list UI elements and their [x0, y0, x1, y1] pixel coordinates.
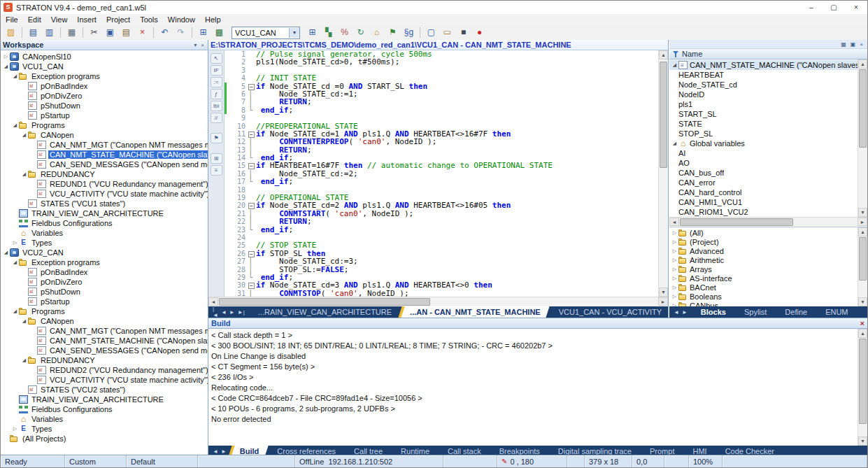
menu-file[interactable]: File: [1, 15, 23, 24]
next-tab-icon[interactable]: ►: [681, 309, 689, 315]
tree-item-fieldbus-configurations[interactable]: Fieldbus Configurations: [1, 218, 208, 228]
tree-item-exception-programs[interactable]: ◢Exception programs: [1, 257, 208, 267]
tree-item-pshutdown[interactable]: pShutDown: [1, 101, 208, 111]
blocks-vertical-scrollbar[interactable]: ▲ ▼: [858, 227, 867, 306]
tree-item-can-nmt-state-machine-canopen-slaves-sta[interactable]: CAN_NMT_STATE_MACHINE ("CANopen slaves s…: [1, 150, 208, 159]
tree-item-train-view-can-architecture[interactable]: TRAIN_VIEW_CAN_ARCHITECTURE: [1, 395, 208, 404]
dropdown-arrow-icon[interactable]: ▾: [289, 28, 299, 38]
scroll-down-icon[interactable]: ▼: [858, 297, 867, 306]
tree-item-vcu2-can[interactable]: ◢VCU2_CAN: [1, 248, 208, 257]
maximize-button[interactable]: ▢: [823, 1, 845, 14]
tree-item-states-vcu1-states[interactable]: STATES ("VCU1 states"): [1, 199, 208, 208]
expanded-arrow-icon[interactable]: ◢: [11, 122, 19, 128]
code-line-27[interactable]: 27│ Node_STATE_cd:=3;: [225, 257, 658, 265]
cycle-icon[interactable]: ↻: [353, 26, 368, 39]
print-icon[interactable]: ▦: [64, 26, 79, 39]
scroll-down-icon[interactable]: ▼: [858, 437, 867, 446]
code-editor[interactable]: 1// Pulse signal generator, cycle 500ms2…: [225, 50, 658, 297]
variable-row-state[interactable]: STATE: [669, 119, 858, 129]
scroll-up-icon[interactable]: ▲: [858, 59, 867, 69]
next-tab-icon[interactable]: ►: [228, 309, 236, 315]
tree-item-pstartup[interactable]: pStartup: [1, 297, 208, 306]
close-panel-icon[interactable]: ×: [858, 41, 865, 48]
scrollbar-thumb[interactable]: [859, 237, 867, 281]
expanded-arrow-icon[interactable]: ◢: [671, 62, 678, 68]
block-category-advanced[interactable]: ▷Advanced: [669, 246, 858, 255]
tree-item-vcu-activity-vcu-state-machine-activity[interactable]: VCU_ACTIVITY ("VCU state machine activit…: [1, 375, 208, 385]
collapsed-arrow-icon[interactable]: ▷: [2, 54, 10, 59]
spy-icon[interactable]: §g: [401, 26, 416, 39]
block-category-bacnet[interactable]: ▷BACnet: [669, 283, 858, 292]
previous-tab-icon[interactable]: ◄: [220, 309, 228, 315]
tree-item-exception-programs[interactable]: ◢Exception programs: [1, 71, 208, 81]
scrollbar-thumb[interactable]: [859, 69, 867, 148]
expanded-arrow-icon[interactable]: ◢: [20, 318, 28, 324]
blocks-tab-enum[interactable]: ENUM: [816, 306, 857, 318]
tree-item-types[interactable]: ▷Types: [1, 238, 208, 248]
tree-item-canopen[interactable]: ◢CANopen: [1, 316, 208, 326]
fold-collapse-icon[interactable]: −: [248, 201, 256, 209]
if-then-tool-icon[interactable]: IF: [211, 65, 222, 76]
variable-row-stop-sl[interactable]: STOP_SL: [669, 129, 858, 139]
tree-item-programs[interactable]: ◢Programs: [1, 306, 208, 316]
code-line-8[interactable]: 8└ end_if;: [225, 106, 658, 114]
variable-row-can-error[interactable]: CAN_error: [669, 178, 858, 187]
scroll-up-icon[interactable]: ▲: [659, 50, 668, 59]
status-zoom[interactable]: 100%: [689, 455, 723, 467]
tree-item-canopen[interactable]: ◢CANopen: [1, 130, 208, 140]
code-line-17[interactable]: 17└ end_if;: [225, 178, 658, 185]
blocks-tab-define[interactable]: Define: [776, 306, 816, 318]
paste-icon[interactable]: ▤: [119, 26, 134, 39]
expanded-arrow-icon[interactable]: ◢: [11, 73, 19, 79]
save-all-icon[interactable]: ▥: [42, 26, 57, 39]
grid-icon[interactable]: ⊞: [196, 26, 211, 39]
collapsed-arrow-icon[interactable]: ▷: [671, 239, 678, 245]
tree-item-redundancy[interactable]: ◢REDUNDANCY: [1, 355, 208, 365]
variable-row-can-riom1-vcu2[interactable]: CAN_RIOM1_VCU2: [669, 207, 858, 217]
variable-row-can-nmt-state-machine-canopen-slaves[interactable]: ◢CAN_NMT_STATE_MACHINE ("CANopen slaves: [669, 60, 858, 70]
percent-icon[interactable]: %: [337, 26, 352, 39]
close-button[interactable]: ×: [845, 1, 867, 14]
download-icon[interactable]: ■: [456, 26, 471, 39]
list-tool-icon[interactable]: ≡: [211, 165, 222, 176]
block-category-canbus[interactable]: ▷CANbus: [669, 301, 858, 306]
expanded-arrow-icon[interactable]: ◢: [20, 357, 28, 363]
variable-row-start-sl[interactable]: START_SL: [669, 109, 858, 119]
scrollbar-thumb[interactable]: [859, 339, 867, 424]
tree-item-redund1-vcu-redundancy-management[interactable]: REDUND1 ("VCU Redundancy management"): [1, 179, 208, 189]
label-tool-icon[interactable]: lbl: [211, 101, 222, 111]
filter-icon[interactable]: [673, 51, 679, 57]
previous-tab-icon[interactable]: ◄: [672, 309, 681, 315]
document-tab-vcu1-can-vcu-activity[interactable]: VCU1_CAN - VCU_ACTIVITY: [550, 306, 671, 318]
tree-item-states-vcu2-states[interactable]: STATES ("VCU2 states"): [1, 385, 208, 395]
block-category-project[interactable]: ▷(Project): [669, 237, 858, 246]
tree-item-variables[interactable]: Variables: [1, 228, 208, 238]
variable-row-ai[interactable]: AI: [669, 148, 858, 158]
scrollbar-thumb[interactable]: [219, 298, 430, 306]
fold-collapse-icon[interactable]: −: [248, 250, 256, 257]
tree-item-pstartup[interactable]: pStartup: [1, 111, 208, 120]
tree-item-can-nmt-state-machine-canopen-slaves-sta[interactable]: CAN_NMT_STATE_MACHINE ("CANopen slaves s…: [1, 336, 208, 346]
scroll-up-icon[interactable]: ▲: [858, 329, 867, 338]
document-tab-an-can-nmt-state-machine[interactable]: ...AN - CAN_NMT_STATE_MACHINE: [401, 306, 550, 318]
scroll-down-icon[interactable]: ▼: [858, 208, 867, 217]
blocks-tab-blocks[interactable]: Blocks: [692, 306, 735, 318]
program-selector[interactable]: VCU1_CAN ▾: [232, 27, 300, 39]
collapsed-arrow-icon[interactable]: ▷: [671, 276, 678, 281]
save-icon[interactable]: ▤: [26, 26, 41, 39]
function-block-tool-icon[interactable]: ƒ: [211, 89, 222, 99]
expanded-arrow-icon[interactable]: ◢: [2, 250, 10, 255]
tree-item-types[interactable]: ▷Types: [1, 424, 208, 434]
fold-collapse-icon[interactable]: −: [248, 162, 256, 169]
tree-item-canopensl10[interactable]: ▷CANopenSl10: [1, 52, 208, 62]
scroll-right-icon[interactable]: ►: [658, 297, 668, 306]
variable-row-can-bus-off[interactable]: CAN_bus_off: [669, 168, 858, 178]
code-line-23[interactable]: 23└ end_if;: [225, 226, 658, 234]
variable-row-heartbeat[interactable]: HEARTBEAT: [669, 70, 858, 80]
menu-window[interactable]: Window: [163, 15, 200, 24]
first-tab-icon[interactable]: |◄: [211, 306, 220, 318]
code-line-4[interactable]: 4// INIT STATE: [225, 74, 658, 82]
menu-project[interactable]: Project: [101, 15, 135, 24]
tree-item-all-projects[interactable]: (All Projects): [1, 434, 208, 444]
copy-icon[interactable]: ▣: [103, 26, 118, 39]
